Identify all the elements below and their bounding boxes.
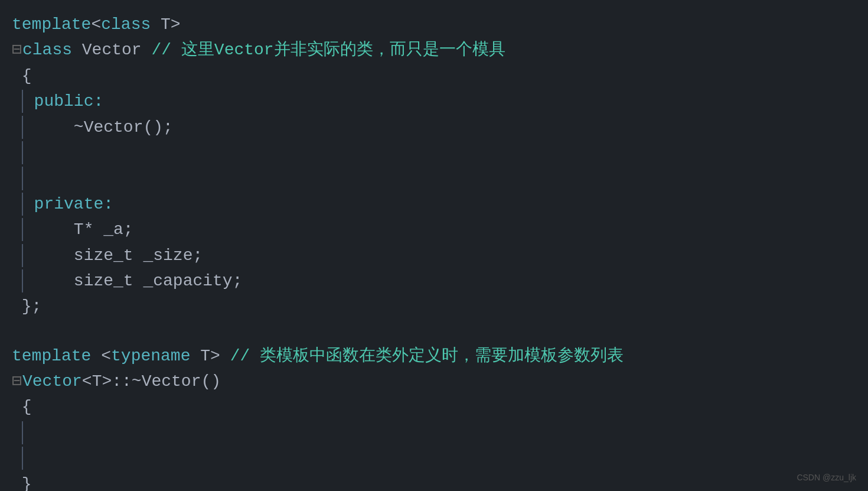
line-15: { bbox=[12, 398, 32, 416]
line-6 bbox=[12, 144, 24, 162]
code-content-2: template <typename T> // 类模板中函数在类外定义时，需要… bbox=[12, 343, 868, 491]
line-14: ⊟Vector<T>::~Vector() bbox=[12, 372, 221, 391]
watermark: CSDN @zzu_ljk bbox=[797, 472, 856, 484]
code-editor: template<class T> ⊟class Vector // 这里Vec… bbox=[0, 0, 868, 491]
line-13: template <typename T> // 类模板中函数在类外定义时，需要… bbox=[12, 347, 624, 365]
line-17 bbox=[12, 449, 24, 467]
line-9: T* _a; bbox=[12, 220, 133, 239]
line-1: template<class T> bbox=[12, 15, 181, 34]
line-11: size_t _capacity; bbox=[12, 272, 242, 290]
line-3: { bbox=[12, 67, 32, 85]
code-content: template<class T> ⊟class Vector // 这里Vec… bbox=[12, 12, 868, 320]
line-7 bbox=[12, 169, 24, 187]
line-12: }; bbox=[12, 297, 41, 316]
line-8: private: bbox=[12, 195, 113, 213]
line-10: size_t _size; bbox=[12, 246, 203, 265]
line-18: } bbox=[12, 475, 32, 491]
line-5: ~Vector(); bbox=[12, 118, 173, 136]
line-4: public: bbox=[12, 92, 103, 110]
line-16 bbox=[12, 424, 24, 442]
line-2: ⊟class Vector // 这里Vector并非实际的类，而只是一个模具 bbox=[12, 41, 505, 59]
